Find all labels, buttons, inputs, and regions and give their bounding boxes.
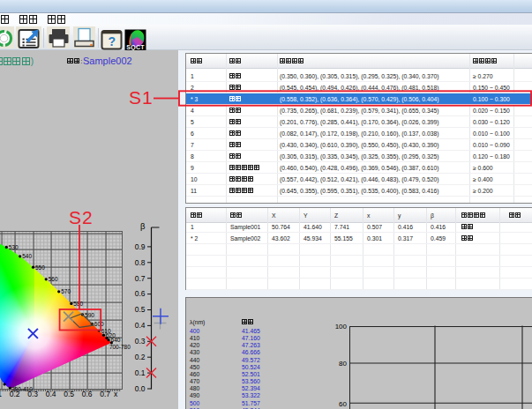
svg-text:100: 100: [335, 323, 348, 331]
svg-text:60: 60: [339, 400, 347, 408]
svg-text:SQCT: SQCT: [126, 44, 145, 50]
svg-text:80: 80: [339, 360, 347, 368]
svg-text:?: ?: [109, 34, 116, 48]
